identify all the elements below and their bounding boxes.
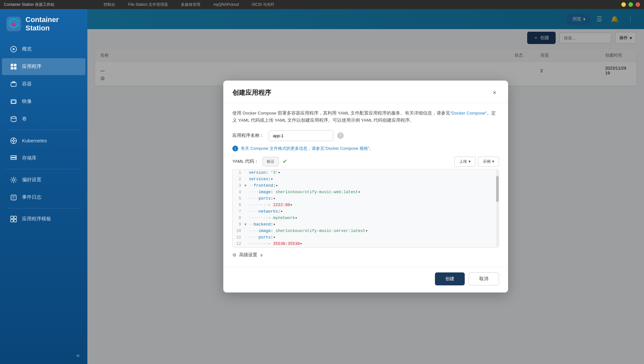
- sidebar-divider-2: [6, 169, 81, 169]
- modal-body: 使用 Docker Compose 部署多容器应用程序，其利用 YAML 文件配…: [223, 103, 508, 267]
- example-chevron-icon: ▾: [492, 159, 494, 164]
- maximize-button[interactable]: [628, 2, 633, 7]
- code-line-9: 9 ▼ ··backend:▪: [233, 221, 499, 228]
- docker-compose-spec-link[interactable]: "Docker Compose 规格": [324, 146, 369, 151]
- svg-point-16: [13, 140, 15, 142]
- info-icon: i: [232, 146, 238, 151]
- close-window-button[interactable]: [636, 2, 640, 7]
- volumes-icon: [10, 115, 17, 123]
- kubernetes-icon: [10, 137, 17, 145]
- code-line-6: 6 ········- 2222:80▪: [233, 202, 499, 208]
- sidebar-item-overview-label: 概览: [22, 46, 32, 52]
- app-logo: [6, 16, 21, 32]
- sidebar-item-applications[interactable]: 应用程序: [2, 58, 85, 75]
- sidebar-item-templates[interactable]: 应用程序模板: [2, 211, 85, 227]
- app-name-form-row: 应用程序名称： ?: [232, 130, 499, 141]
- svg-rect-26: [11, 195, 16, 200]
- docker-compose-link-1[interactable]: "Docker Compose": [450, 111, 487, 116]
- code-line-11: 11 ····ports:▪: [233, 234, 499, 241]
- app-name-input[interactable]: [269, 130, 333, 141]
- images-icon: [10, 98, 17, 105]
- upload-chevron-icon: ▾: [469, 159, 471, 164]
- modal-header: 创建应用程序 ×: [223, 81, 508, 103]
- window-controls: [621, 2, 640, 7]
- help-icon[interactable]: ?: [337, 132, 344, 139]
- tab-media[interactable]: 多媒体管理: [174, 0, 207, 9]
- sidebar-item-overview[interactable]: 概览: [2, 41, 85, 58]
- code-line-1: 1 version: '3'▪: [233, 170, 499, 176]
- tab-filestation[interactable]: File Station 文件管理器: [122, 0, 174, 9]
- validate-button[interactable]: 验证: [262, 157, 279, 166]
- code-line-4: 4 ····image: sherlockouo/xtify-music-web…: [233, 189, 499, 195]
- app-wrapper: Container Station 概览 应用程序 容器: [0, 9, 644, 364]
- containers-icon: [10, 80, 17, 88]
- sidebar-item-volumes-label: 卷: [22, 116, 27, 122]
- sidebar-item-volumes[interactable]: 卷: [2, 111, 85, 127]
- svg-rect-31: [11, 219, 13, 222]
- sidebar-divider-3: [6, 208, 81, 208]
- svg-point-23: [15, 156, 16, 157]
- modal-overlay: 创建应用程序 × 使用 Docker Compose 部署多容器应用程序，其利用…: [87, 9, 644, 364]
- upload-label: 上传: [459, 159, 467, 164]
- sidebar-item-events[interactable]: 事件日志: [2, 189, 85, 206]
- example-button[interactable]: 示例 ▾: [478, 157, 499, 167]
- code-line-2: 2 services:▪: [233, 176, 499, 182]
- yaml-code-editor[interactable]: 1 version: '3'▪ 2 services:▪: [232, 169, 499, 248]
- sidebar-item-images[interactable]: 映像: [2, 93, 85, 110]
- modal-description: 使用 Docker Compose 部署多容器应用程序，其利用 YAML 文件配…: [232, 110, 499, 124]
- sidebar-item-preferences[interactable]: 偏好设置: [2, 171, 85, 188]
- app-name-label: 应用程序名称：: [232, 133, 265, 138]
- sidebar-item-storage-label: 存储库: [22, 155, 37, 161]
- sidebar: Container Station 概览 应用程序 容器: [0, 9, 87, 364]
- sidebar-item-events-label: 事件日志: [22, 194, 41, 200]
- svg-point-14: [11, 116, 16, 118]
- yaml-actions: 上传 ▾ 示例 ▾: [454, 157, 499, 167]
- svg-rect-9: [14, 67, 17, 70]
- example-label: 示例: [483, 159, 491, 164]
- code-line-8: 8 ········- mynetwork▪: [233, 215, 499, 221]
- overview-icon: [10, 45, 17, 53]
- sidebar-divider-1: [6, 130, 81, 130]
- advanced-settings-label: 高级设置: [239, 252, 257, 258]
- sidebar-item-images-label: 映像: [22, 98, 32, 105]
- app-window-title: Container Station 容器工作站: [4, 2, 54, 7]
- sidebar-header: Container Station: [0, 9, 87, 40]
- title-bar: Container Station 容器工作站 控制台 File Station…: [0, 0, 644, 9]
- advanced-chevron-icon: ∨: [260, 252, 263, 258]
- code-line-12: 12 ········- 35530:35530▪: [233, 241, 499, 247]
- yaml-label-row: YAML 代码： 验证 ✔ 上传 ▾ 示例 ▾: [232, 157, 499, 167]
- check-icon: ✔: [283, 158, 287, 165]
- templates-icon: [10, 215, 17, 223]
- events-icon: [10, 193, 17, 201]
- compose-info-text: 有关 Compose 文件格式的更多信息，请参见"Docker Compose …: [241, 146, 373, 151]
- code-line-10: 10 ····image: sherlockouo/xtify-music-se…: [233, 228, 499, 234]
- svg-rect-13: [12, 101, 16, 103]
- sidebar-item-kubernetes[interactable]: Kubernetes: [2, 132, 85, 149]
- tab-console[interactable]: 控制台: [97, 0, 122, 9]
- sidebar-item-containers[interactable]: 容器: [2, 76, 85, 93]
- modal-close-button[interactable]: ×: [490, 88, 499, 98]
- svg-rect-11: [12, 82, 15, 83]
- tab-myqnapcloud[interactable]: myQNAPcloud: [207, 0, 245, 9]
- sidebar-item-storage[interactable]: 存储库: [2, 150, 85, 167]
- modal-title: 创建应用程序: [232, 88, 271, 97]
- sidebar-item-containers-label: 容器: [22, 81, 32, 87]
- editor-scrollbar-track[interactable]: [496, 170, 499, 247]
- upload-button[interactable]: 上传 ▾: [454, 157, 475, 167]
- sidebar-collapse-button[interactable]: «: [76, 352, 80, 359]
- advanced-settings-row[interactable]: ⚙ 高级设置 ∨: [232, 248, 499, 260]
- modal-create-button[interactable]: 创建: [435, 272, 465, 285]
- minimize-button[interactable]: [621, 2, 626, 7]
- svg-rect-8: [11, 67, 13, 70]
- svg-rect-29: [11, 216, 13, 219]
- create-app-modal: 创建应用程序 × 使用 Docker Compose 部署多容器应用程序，其利用…: [223, 81, 508, 292]
- svg-rect-32: [14, 219, 17, 222]
- code-line-3: 3 ▼ ··frontend:▪: [233, 182, 499, 189]
- yaml-section: YAML 代码： 验证 ✔ 上传 ▾ 示例 ▾: [232, 157, 499, 248]
- sidebar-item-templates-label: 应用程序模板: [22, 216, 51, 222]
- editor-scrollbar-thumb[interactable]: [496, 176, 499, 202]
- tab-iscsi[interactable]: iSCSI 与光纤: [245, 0, 281, 9]
- modal-cancel-button[interactable]: 取消: [469, 272, 499, 285]
- code-line-7: 7 ····networks:▪: [233, 208, 499, 215]
- sidebar-item-preferences-label: 偏好设置: [22, 177, 41, 183]
